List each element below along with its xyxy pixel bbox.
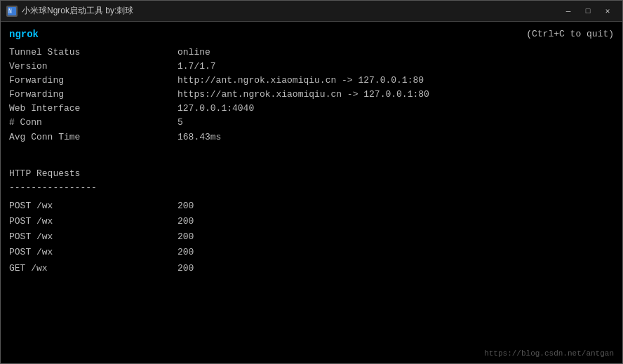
http-status: 200 — [177, 199, 194, 213]
conn-label: # Conn — [9, 116, 177, 130]
quit-hint: (Ctrl+C to quit) — [526, 27, 614, 41]
main-window: N 小米球Ngrok启动工具 by:刺球 — □ ✕ ngrok (Ctrl+C… — [0, 0, 623, 364]
http-request-row: POST /wx200 — [9, 230, 614, 244]
conn-row: # Conn 5 — [9, 116, 614, 130]
http-request-row: POST /wx200 — [9, 245, 614, 259]
http-method-path: POST /wx — [9, 230, 177, 244]
forwarding2-row: Forwarding https://ant.ngrok.xiaomiqiu.c… — [9, 88, 614, 102]
close-button[interactable]: ✕ — [598, 4, 617, 18]
app-icon: N — [6, 6, 18, 17]
titlebar-left: N 小米球Ngrok启动工具 by:刺球 — [6, 5, 133, 17]
http-request-row: POST /wx200 — [9, 215, 614, 229]
forwarding1-row: Forwarding http://ant.ngrok.xiaomiqiu.cn… — [9, 74, 614, 88]
http-status: 200 — [177, 245, 194, 259]
http-method-path: POST /wx — [9, 215, 177, 229]
svg-text:N: N — [8, 8, 12, 15]
version-label: Version — [9, 60, 177, 74]
http-status: 200 — [177, 262, 194, 276]
titlebar: N 小米球Ngrok启动工具 by:刺球 — □ ✕ — [1, 1, 622, 22]
http-request-row: GET /wx200 — [9, 262, 614, 276]
http-requests-list: POST /wx200POST /wx200POST /wx200POST /w… — [9, 199, 614, 276]
tunnel-status-label: Tunnel Status — [9, 46, 177, 60]
http-requests-title: HTTP Requests — [9, 167, 614, 181]
web-interface-row: Web Interface 127.0.0.1:4040 — [9, 102, 614, 116]
tunnel-status-row: Tunnel Status online — [9, 46, 614, 60]
http-method-path: POST /wx — [9, 245, 177, 259]
terminal-content: ngrok (Ctrl+C to quit) Tunnel Status onl… — [9, 27, 614, 276]
version-row: Version 1.7/1.7 — [9, 60, 614, 74]
forwarding1-label: Forwarding — [9, 74, 177, 88]
minimize-button[interactable]: — — [559, 4, 577, 18]
divider: ---------------- — [9, 181, 614, 195]
conn-value: 5 — [177, 116, 183, 130]
avg-conn-label: Avg Conn Time — [9, 130, 177, 144]
http-status: 200 — [177, 215, 194, 229]
web-interface-value: 127.0.0.1:4040 — [177, 102, 254, 116]
http-status: 200 — [177, 230, 194, 244]
http-request-row: POST /wx200 — [9, 199, 614, 213]
maximize-button[interactable]: □ — [579, 4, 597, 18]
avg-conn-row: Avg Conn Time 168.43ms — [9, 130, 614, 144]
watermark: https://blog.csdn.net/antgan — [484, 349, 614, 358]
forwarding2-label: Forwarding — [9, 88, 177, 102]
forwarding2-value: https://ant.ngrok.xiaomiqiu.cn -> 127.0.… — [177, 88, 429, 102]
version-value: 1.7/1.7 — [177, 60, 216, 74]
web-interface-label: Web Interface — [9, 102, 177, 116]
avg-conn-value: 168.43ms — [177, 130, 221, 144]
tunnel-status-value: online — [177, 46, 210, 60]
http-method-path: POST /wx — [9, 199, 177, 213]
window-controls[interactable]: — □ ✕ — [559, 4, 617, 18]
forwarding1-value: http://ant.ngrok.xiaomiqiu.cn -> 127.0.0… — [177, 74, 424, 88]
http-method-path: GET /wx — [9, 262, 177, 276]
app-title: ngrok — [9, 27, 614, 43]
terminal-area: ngrok (Ctrl+C to quit) Tunnel Status onl… — [1, 22, 622, 363]
window-title: 小米球Ngrok启动工具 by:刺球 — [22, 5, 133, 17]
